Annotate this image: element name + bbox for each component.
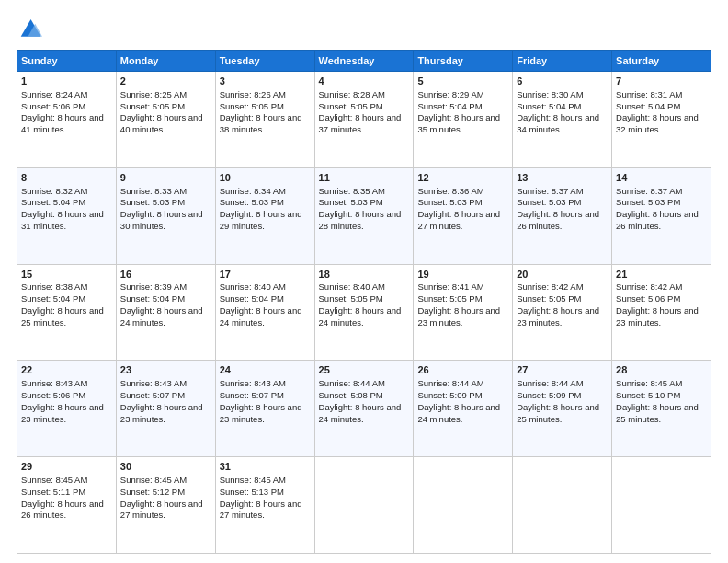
day-info: Daylight: 8 hours and 32 minutes. — [616, 112, 707, 136]
calendar-cell: 12Sunrise: 8:36 AMSunset: 5:03 PMDayligh… — [414, 167, 513, 264]
day-number: 16 — [120, 268, 211, 282]
calendar-cell — [612, 457, 711, 554]
calendar-cell: 8Sunrise: 8:32 AMSunset: 5:04 PMDaylight… — [17, 167, 117, 264]
day-info: Daylight: 8 hours and 34 minutes. — [517, 112, 608, 136]
day-number: 15 — [21, 268, 112, 282]
day-info: Sunrise: 8:43 AM — [220, 378, 311, 390]
day-info: Daylight: 8 hours and 31 minutes. — [21, 209, 112, 233]
calendar-cell — [513, 457, 612, 554]
calendar-cell: 3Sunrise: 8:26 AMSunset: 5:05 PMDaylight… — [215, 72, 314, 168]
calendar-row-5: 29Sunrise: 8:45 AMSunset: 5:11 PMDayligh… — [17, 457, 711, 554]
day-info: Sunrise: 8:37 AM — [616, 186, 707, 198]
day-info: Sunset: 5:03 PM — [319, 197, 410, 209]
day-info: Daylight: 8 hours and 25 minutes. — [616, 402, 707, 426]
day-info: Daylight: 8 hours and 23 minutes. — [417, 305, 508, 329]
day-number: 26 — [417, 363, 508, 377]
day-info: Sunset: 5:05 PM — [120, 101, 211, 113]
day-number: 28 — [616, 363, 707, 377]
day-number: 30 — [120, 460, 211, 474]
day-number: 27 — [517, 363, 608, 377]
day-info: Sunset: 5:04 PM — [616, 101, 707, 113]
col-thursday: Thursday — [414, 51, 513, 72]
day-info: Sunrise: 8:41 AM — [417, 282, 508, 293]
day-info: Sunrise: 8:35 AM — [319, 186, 410, 198]
day-info: Sunrise: 8:39 AM — [120, 282, 211, 293]
day-number: 20 — [517, 268, 608, 282]
day-info: Sunrise: 8:44 AM — [417, 378, 508, 390]
calendar-cell — [314, 457, 414, 554]
day-info: Sunrise: 8:33 AM — [120, 186, 211, 198]
day-info: Sunrise: 8:42 AM — [517, 282, 608, 293]
day-info: Sunset: 5:08 PM — [319, 390, 410, 402]
day-number: 14 — [616, 171, 707, 185]
day-info: Sunset: 5:05 PM — [220, 101, 311, 113]
day-info: Sunset: 5:04 PM — [517, 101, 608, 113]
day-info: Sunrise: 8:40 AM — [220, 282, 311, 293]
day-info: Daylight: 8 hours and 23 minutes. — [21, 402, 112, 426]
day-info: Sunset: 5:05 PM — [319, 293, 410, 305]
day-info: Sunrise: 8:29 AM — [417, 89, 508, 101]
calendar-cell: 13Sunrise: 8:37 AMSunset: 5:03 PMDayligh… — [513, 167, 612, 264]
day-info: Sunrise: 8:43 AM — [21, 378, 112, 390]
day-number: 23 — [120, 363, 211, 377]
day-info: Daylight: 8 hours and 26 minutes. — [21, 499, 112, 523]
day-info: Daylight: 8 hours and 37 minutes. — [319, 112, 410, 136]
day-info: Daylight: 8 hours and 24 minutes. — [319, 305, 410, 329]
day-info: Sunset: 5:04 PM — [220, 293, 311, 305]
day-info: Daylight: 8 hours and 25 minutes. — [21, 305, 112, 329]
calendar-cell: 15Sunrise: 8:38 AMSunset: 5:04 PMDayligh… — [17, 264, 117, 361]
day-info: Daylight: 8 hours and 25 minutes. — [517, 402, 608, 426]
calendar-cell: 4Sunrise: 8:28 AMSunset: 5:05 PMDaylight… — [314, 72, 414, 168]
col-monday: Monday — [116, 51, 215, 72]
day-info: Sunset: 5:04 PM — [120, 293, 211, 305]
day-info: Sunset: 5:04 PM — [21, 197, 112, 209]
day-info: Sunset: 5:07 PM — [220, 390, 311, 402]
calendar-cell: 16Sunrise: 8:39 AMSunset: 5:04 PMDayligh… — [116, 264, 215, 361]
day-number: 24 — [220, 363, 311, 377]
day-number: 13 — [517, 171, 608, 185]
calendar-cell: 25Sunrise: 8:44 AMSunset: 5:08 PMDayligh… — [314, 361, 414, 457]
calendar-cell: 24Sunrise: 8:43 AMSunset: 5:07 PMDayligh… — [215, 361, 314, 457]
day-info: Sunrise: 8:36 AM — [417, 186, 508, 198]
day-info: Daylight: 8 hours and 26 minutes. — [517, 209, 608, 233]
col-friday: Friday — [513, 51, 612, 72]
day-info: Daylight: 8 hours and 27 minutes. — [417, 209, 508, 233]
day-number: 22 — [21, 363, 112, 377]
day-info: Daylight: 8 hours and 41 minutes. — [21, 112, 112, 136]
day-number: 12 — [417, 171, 508, 185]
day-info: Sunrise: 8:45 AM — [120, 475, 211, 487]
day-info: Daylight: 8 hours and 24 minutes. — [417, 402, 508, 426]
day-info: Sunset: 5:06 PM — [616, 293, 707, 305]
day-number: 9 — [120, 171, 211, 185]
calendar-cell: 10Sunrise: 8:34 AMSunset: 5:03 PMDayligh… — [215, 167, 314, 264]
col-saturday: Saturday — [612, 51, 711, 72]
calendar-header-row: Sunday Monday Tuesday Wednesday Thursday… — [17, 51, 711, 72]
day-info: Daylight: 8 hours and 38 minutes. — [220, 112, 311, 136]
calendar-row-1: 1Sunrise: 8:24 AMSunset: 5:06 PMDaylight… — [17, 72, 711, 168]
calendar-cell: 1Sunrise: 8:24 AMSunset: 5:06 PMDaylight… — [17, 72, 117, 168]
col-sunday: Sunday — [17, 51, 117, 72]
page: Sunday Monday Tuesday Wednesday Thursday… — [0, 0, 728, 563]
calendar-cell: 28Sunrise: 8:45 AMSunset: 5:10 PMDayligh… — [612, 361, 711, 457]
day-number: 29 — [21, 460, 112, 474]
calendar-cell: 31Sunrise: 8:45 AMSunset: 5:13 PMDayligh… — [215, 457, 314, 554]
logo — [17, 17, 46, 42]
calendar-cell: 21Sunrise: 8:42 AMSunset: 5:06 PMDayligh… — [612, 264, 711, 361]
day-number: 1 — [21, 75, 112, 88]
day-info: Sunrise: 8:44 AM — [517, 378, 608, 390]
day-info: Sunrise: 8:32 AM — [21, 186, 112, 198]
calendar-cell: 30Sunrise: 8:45 AMSunset: 5:12 PMDayligh… — [116, 457, 215, 554]
calendar-cell: 18Sunrise: 8:40 AMSunset: 5:05 PMDayligh… — [314, 264, 414, 361]
calendar-cell: 11Sunrise: 8:35 AMSunset: 5:03 PMDayligh… — [314, 167, 414, 264]
day-number: 10 — [220, 171, 311, 185]
calendar-row-3: 15Sunrise: 8:38 AMSunset: 5:04 PMDayligh… — [17, 264, 711, 361]
day-info: Daylight: 8 hours and 29 minutes. — [220, 209, 311, 233]
calendar-cell: 19Sunrise: 8:41 AMSunset: 5:05 PMDayligh… — [414, 264, 513, 361]
day-info: Daylight: 8 hours and 24 minutes. — [220, 305, 311, 329]
day-number: 3 — [220, 75, 311, 88]
calendar-cell: 14Sunrise: 8:37 AMSunset: 5:03 PMDayligh… — [612, 167, 711, 264]
day-info: Sunset: 5:03 PM — [120, 197, 211, 209]
day-info: Sunset: 5:10 PM — [616, 390, 707, 402]
logo-icon — [17, 17, 42, 42]
header — [17, 17, 711, 42]
